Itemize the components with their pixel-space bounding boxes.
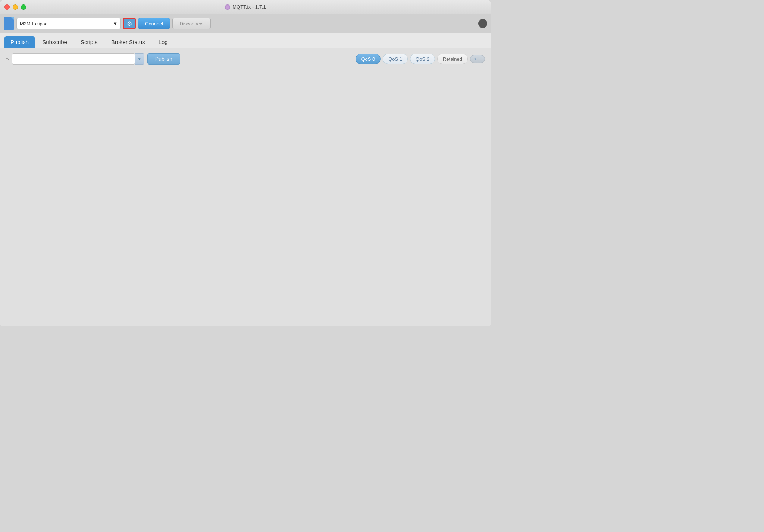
chevron-down-icon: ▼ bbox=[138, 57, 141, 61]
publish-button[interactable]: Publish bbox=[147, 53, 180, 65]
close-button[interactable] bbox=[4, 4, 10, 10]
qos-2-button[interactable]: QoS 2 bbox=[410, 54, 435, 64]
tab-scripts[interactable]: Scripts bbox=[75, 36, 104, 48]
retained-toggle[interactable] bbox=[470, 55, 485, 63]
disconnect-button[interactable]: Disconnect bbox=[172, 18, 210, 29]
publish-toolbar: » ▼ Publish QoS 0 QoS 1 QoS 2 Retained bbox=[6, 53, 485, 65]
maximize-button[interactable] bbox=[21, 4, 26, 10]
connection-status-indicator bbox=[478, 19, 487, 28]
settings-gear-button[interactable]: ⚙ bbox=[123, 18, 136, 29]
tab-broker-status[interactable]: Broker Status bbox=[105, 36, 151, 48]
connect-button[interactable]: Connect bbox=[138, 18, 170, 29]
traffic-lights bbox=[4, 4, 26, 10]
qos-group: QoS 0 QoS 1 QoS 2 Retained bbox=[356, 54, 485, 64]
tab-publish[interactable]: Publish bbox=[4, 36, 35, 48]
file-icon bbox=[4, 17, 14, 30]
profile-dropdown[interactable]: M2M Eclipse ▼ bbox=[16, 18, 121, 29]
tabs-bar: Publish Subscribe Scripts Broker Status … bbox=[0, 33, 491, 48]
connection-bar: M2M Eclipse ▼ ⚙ Connect Disconnect bbox=[0, 14, 491, 33]
expand-icon[interactable]: » bbox=[6, 56, 9, 62]
tab-log[interactable]: Log bbox=[153, 36, 174, 48]
retained-button[interactable]: Retained bbox=[437, 54, 468, 64]
qos-0-button[interactable]: QoS 0 bbox=[356, 54, 381, 64]
tab-subscribe[interactable]: Subscribe bbox=[36, 36, 73, 48]
main-content: » ▼ Publish QoS 0 QoS 1 QoS 2 Retained bbox=[0, 48, 491, 326]
topic-dropdown-button[interactable]: ▼ bbox=[135, 53, 144, 65]
app-icon bbox=[225, 4, 230, 10]
titlebar: MQTT.fx - 1.7.1 bbox=[0, 0, 491, 14]
topic-input[interactable] bbox=[12, 53, 135, 65]
profile-name: M2M Eclipse bbox=[20, 21, 47, 26]
window-title: MQTT.fx - 1.7.1 bbox=[225, 4, 266, 10]
minimize-button[interactable] bbox=[13, 4, 18, 10]
chevron-down-icon: ▼ bbox=[113, 21, 118, 26]
qos-1-button[interactable]: QoS 1 bbox=[383, 54, 408, 64]
